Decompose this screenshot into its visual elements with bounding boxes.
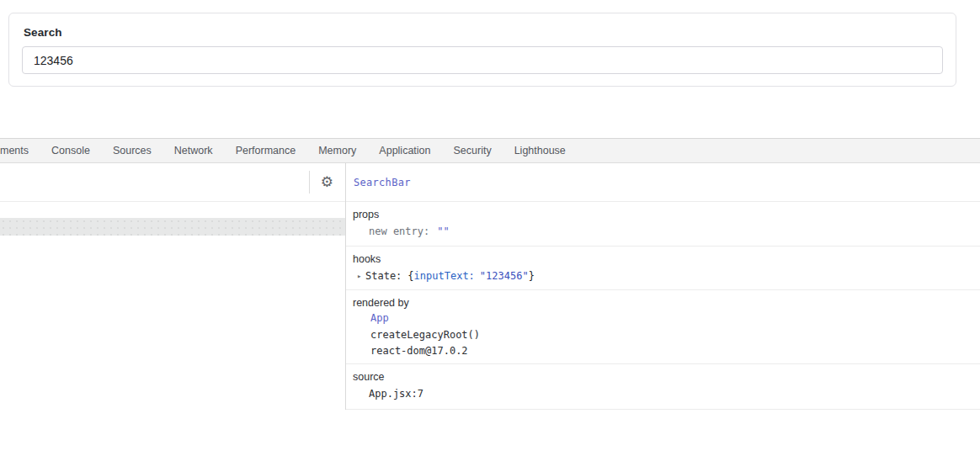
toolbar-divider (309, 171, 310, 194)
hooks-section-title: hooks (346, 252, 980, 267)
tree-row (0, 202, 345, 218)
expander-arrow-icon[interactable]: ▸ (357, 268, 365, 284)
owner-row[interactable]: App (346, 310, 980, 327)
settings-gear-icon[interactable]: ⚙ (321, 175, 333, 189)
owner-link-app[interactable]: App (370, 312, 389, 324)
search-widget-card: Search (8, 13, 956, 87)
rendered-by-section: rendered by App createLegacyRoot() react… (346, 290, 980, 364)
tab-application[interactable]: Application (368, 145, 442, 156)
tab-security[interactable]: Security (442, 145, 503, 156)
hooks-section: hooks ▸State:{inputText:"123456"} (346, 247, 980, 290)
source-section: source App.jsx:7 (346, 364, 980, 410)
hook-row[interactable]: ▸State:{inputText:"123456"} (346, 268, 980, 285)
tab-lighthouse[interactable]: Lighthouse (503, 145, 577, 156)
tab-console[interactable]: Console (40, 145, 102, 156)
tab-performance[interactable]: Performance (224, 145, 307, 156)
search-label: Search (24, 26, 62, 39)
devtools-tab-bar: ments Console Sources Network Performanc… (0, 138, 980, 163)
source-location-row[interactable]: App.jsx:7 (346, 386, 980, 402)
inspector-header: SearchBar (346, 163, 980, 202)
component-inspector-pane: SearchBar props new entry:"" hooks ▸Stat… (346, 163, 980, 410)
hook-value-key: inputText: (414, 270, 475, 282)
renderer-version-label: react-dom@17.0.2 (370, 345, 468, 357)
hook-value-open-brace: { (407, 270, 413, 282)
root-api-row: createLegacyRoot() (346, 327, 980, 344)
prop-value[interactable]: "" (437, 225, 449, 237)
hook-value-string: "123456" (480, 270, 529, 282)
tab-sources[interactable]: Sources (101, 145, 162, 156)
devtools-body: ⚙ SearchBar props new entry:"" (0, 163, 980, 410)
hook-name: State: (365, 270, 402, 282)
selected-tree-row[interactable] (0, 218, 345, 236)
props-section-title: props (346, 208, 980, 222)
tree-toolbar: ⚙ (0, 163, 345, 202)
renderer-row: react-dom@17.0.2 (346, 343, 980, 360)
rendered-by-section-title: rendered by (346, 296, 980, 310)
component-name: SearchBar (354, 177, 411, 188)
tab-memory[interactable]: Memory (307, 145, 368, 156)
source-section-title: source (346, 370, 980, 384)
page: Search ments Console Sources Network Per… (0, 0, 980, 456)
prop-row[interactable]: new entry:"" (346, 224, 980, 240)
tab-elements[interactable]: ments (0, 145, 40, 156)
prop-key: new entry: (369, 225, 429, 237)
root-api-label: createLegacyRoot() (370, 329, 480, 341)
hook-value-close-brace: } (529, 270, 535, 282)
tab-network[interactable]: Network (162, 145, 224, 156)
devtools-panel: ments Console Sources Network Performanc… (0, 138, 980, 410)
props-section: props new entry:"" (346, 202, 980, 247)
component-tree (0, 202, 345, 410)
search-input[interactable] (22, 46, 943, 74)
source-location[interactable]: App.jsx:7 (369, 388, 423, 400)
components-tree-pane: ⚙ (0, 163, 346, 410)
